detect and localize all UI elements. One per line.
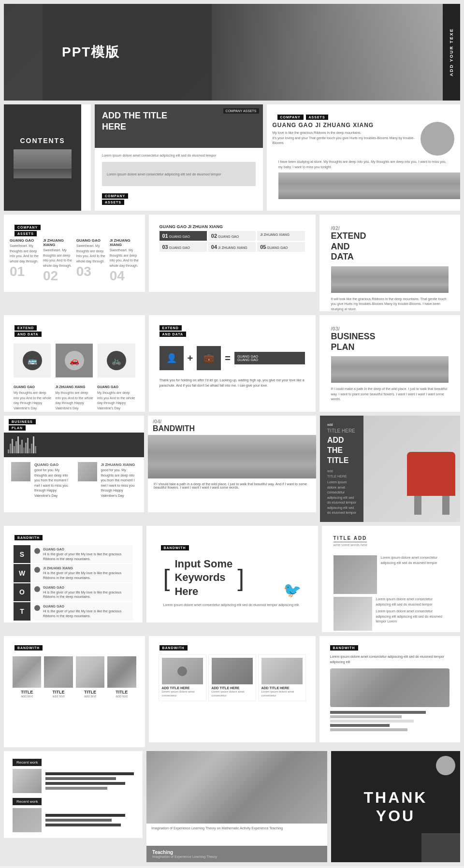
bp-bottom: QUANG GAO good for you. My thoughts are …	[4, 457, 144, 503]
cover-side-text: ADD YOUR TEXE	[443, 4, 460, 101]
four-photo-img-2	[44, 656, 72, 688]
four-people-grid: GUANG GAO Sweetheart. My thoughts are de…	[10, 238, 139, 284]
icon-bus: 🚌	[14, 344, 51, 377]
title-add-bottom-row: Lorem ipsum dolore amet consectetur adip…	[328, 594, 455, 631]
extend-desc-1: GUANG GAO My thoughts are deep into you …	[14, 385, 52, 411]
four-photo-4: TITLE add text	[107, 656, 136, 698]
eq-icon-2: 💼	[197, 346, 221, 370]
four-photo-img-3	[76, 656, 104, 688]
three-cards-badge: BANDWITH	[155, 642, 310, 652]
chair-left: add TITLE HERE ADD THETITLE add TITLE HE…	[320, 416, 363, 522]
table-grid: 01 GUANG GAO 02 GUANG GAO JI ZHUANG XIAN…	[155, 231, 310, 252]
bp-wave-section	[4, 433, 144, 457]
slide-three-cards: BANDWITH ADD TITLE HERE Lorem ipsum dolo…	[149, 636, 316, 742]
person-4: JI ZHUANG XIANG Sweetheart. My thoughts …	[110, 238, 139, 284]
cover-title: PPT模版	[62, 43, 120, 61]
card-3: ADD TITLE HERE Lorem ipsum dolore amet c…	[258, 654, 306, 701]
title-add-desc2: Lorem ipsum dolore amet consectetur adip…	[376, 597, 449, 631]
extend-desc-row: GUANG GAO My thoughts are deep into you …	[10, 382, 139, 412]
bandwith-four-badge: BANDWITH	[10, 642, 139, 652]
equation-badge: EXTEND AND DATA	[155, 321, 310, 339]
add-title-badge: COMPANY ASSETS	[223, 108, 259, 114]
swot-w: W	[14, 564, 30, 582]
swot-t-content: GUANG GAOHi is the giver of your life My…	[31, 602, 133, 620]
slide-company-assets-right: COMPANY ASSETS GUANG GAO JI ZHUANG XIANG…	[267, 104, 460, 211]
person-1: GUANG GAO Sweetheart. My thoughts are de…	[10, 238, 39, 284]
eq-result: GUANG GAOGUANG GAO	[234, 352, 305, 364]
contents-left: CONTENTS	[4, 104, 81, 211]
card-1: ADD TITLE HERE Lorem ipsum dolore amet c…	[159, 654, 206, 701]
title-add-right: Lorem ipsum dolore amet consectetur adip…	[381, 555, 449, 594]
input-kw-desc: Lorem ipsum dolore amet consectetur adip…	[156, 603, 308, 607]
slide-business-plan: BUSINESS PLAN	[4, 416, 144, 512]
swot-s-content: GUANG GAOHi is the giver of your life My…	[31, 545, 133, 563]
slide-input-keywords: BANDWITH [ Input Some Keywords Here ] 🐦 …	[146, 526, 318, 622]
add-title-badge-bottom: COMPANY ASSETS	[95, 191, 263, 207]
bp-right-content: /03/ BUSINESSPLAN If I could make a path…	[325, 321, 455, 407]
swot-o-icon	[34, 586, 40, 592]
slide-add-title: ADD THE TITLEHERE COMPANY ASSETS Lorem i…	[95, 104, 263, 211]
keyword-text: Input Some Keywords Here	[174, 557, 232, 599]
card-2: ADD TITLE HERE Lorem ipsum dolore amet c…	[208, 654, 256, 701]
recent-bars-2	[45, 808, 134, 832]
slide-extend-right: /02/ EXTENDANDDATA It will look like the…	[319, 215, 461, 311]
bp-avatar-2	[78, 462, 97, 481]
red-chair-img	[407, 452, 455, 515]
bp-person-1: QUANG GAO good for you. My thoughts are …	[11, 462, 71, 498]
three-cards-area: ADD TITLE HERE Lorem ipsum dolore amet c…	[155, 652, 310, 703]
gray-bars	[325, 709, 455, 735]
recent-row-2	[13, 808, 134, 832]
title-add-header: TITLE ADD write some words here	[328, 532, 455, 550]
four-photos: TITLE add text TITLE add text TITLE add …	[10, 656, 139, 698]
swot-t-icon	[34, 605, 40, 611]
slide-teaching: Teaching Imagination of Experience Learn…	[146, 751, 327, 862]
company-right-landscape	[278, 173, 460, 199]
twitter-icon: 🐦	[283, 581, 301, 598]
thankyou-flowers-deco	[421, 833, 460, 862]
teaching-sub: Imagination of Experience Learning Theor…	[152, 855, 321, 858]
wave-bars	[8, 436, 140, 453]
slide-bp-right: /03/ BUSINESSPLAN If I could make a path…	[319, 315, 461, 412]
company-desc: It's your loving and your That gentle to…	[273, 136, 416, 146]
swot-w-content: JI ZHUANG XIANGHi is the giver of your l…	[31, 564, 133, 582]
bp-badge: BUSINESS PLAN	[4, 416, 144, 433]
swot-o: O	[14, 583, 30, 601]
slide-chair: add TITLE HERE ADD THETITLE add TITLE HE…	[320, 416, 460, 522]
bandwith-landscape-img	[148, 435, 316, 478]
recent-bars-1	[45, 769, 134, 793]
thankyou-circle-deco	[436, 756, 455, 775]
teaching-bottom-text: Imagination of Experience Learning Theor…	[146, 824, 327, 833]
bandwith-num-label: /04/ BANDWITH	[148, 416, 316, 435]
four-photo-2: TITLE add text	[44, 656, 72, 698]
extend-right-content: /02/ EXTENDANDDATA It will look like the…	[325, 220, 455, 311]
chair-right	[363, 416, 460, 522]
contents-label: CONTENTS	[20, 137, 65, 145]
card-1-img	[162, 658, 203, 684]
swot-o-content: GUANG GAOHi is the giver of your life My…	[31, 583, 133, 601]
icon-bike: 🚲	[98, 344, 135, 377]
extend-landscape	[331, 266, 449, 293]
icon-car: 🚗	[56, 344, 93, 377]
bracket-left: [	[163, 566, 170, 590]
add-title-big: ADD THE TITLEHERE	[102, 110, 256, 133]
card-2-img	[212, 658, 253, 684]
recent-content: Recent work Recent work	[9, 756, 138, 838]
eq-icon-1: 👤	[160, 346, 184, 370]
company-right-header: GUANG GAO JI ZHUANG XIANG My love is lik…	[273, 122, 454, 156]
laptop-img	[330, 668, 450, 707]
four-photo-img-1	[13, 656, 41, 688]
extend-badge: EXTEND AND DATA	[10, 321, 139, 339]
title-add-photo-1	[334, 555, 377, 594]
bp-avatar-1	[11, 462, 30, 481]
input-kw-badge: BANDWITH	[156, 542, 308, 552]
add-title-top: ADD THE TITLEHERE COMPANY ASSETS	[95, 104, 263, 148]
extend-desc-3: GUANG GAO My thoughts are deep into you …	[97, 385, 135, 411]
company-right-top-badge: COMPANY ASSETS	[273, 110, 454, 122]
teaching-overlay: Teaching Imagination of Experience Learn…	[146, 846, 327, 862]
slide-title-add: TITLE ADD write some words here Lorem ip…	[322, 526, 461, 632]
teaching-title: Teaching	[152, 850, 321, 855]
slide-swot: BANDWITH S GUANG GAOHi is the giver of y…	[4, 526, 143, 622]
slide-thankyou: THANK YOU	[331, 751, 460, 862]
laptop-badge: BANDWITH	[325, 642, 455, 652]
teaching-img	[146, 751, 327, 824]
